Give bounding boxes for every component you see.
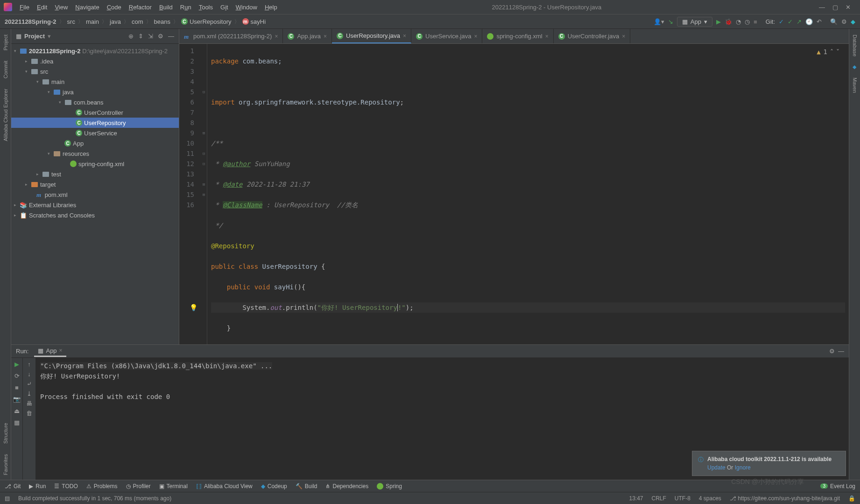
crumb-com[interactable]: com <box>132 18 143 25</box>
status-indent[interactable]: 4 spaces <box>699 495 721 502</box>
bb-terminal[interactable]: ▣Terminal <box>159 483 188 490</box>
crumb-src[interactable]: src <box>67 18 75 25</box>
crumb-java[interactable]: java <box>110 18 121 25</box>
notification-ignore[interactable]: Ignore <box>735 464 751 471</box>
run-config-select[interactable]: ▦ App ▾ <box>677 17 712 27</box>
crumb-main[interactable]: main <box>86 18 99 25</box>
stop-button[interactable]: ■ <box>754 18 757 25</box>
scroll-icon[interactable]: ⤓ <box>27 390 32 397</box>
crumb-beans[interactable]: beans <box>154 18 170 25</box>
bb-eventlog[interactable]: 3Event Log <box>820 483 855 490</box>
close-button[interactable]: ✕ <box>846 4 851 11</box>
toolkit-icon[interactable]: ◆ <box>851 18 855 25</box>
rail-ant[interactable]: ◆ <box>852 64 858 70</box>
camera-icon[interactable]: 📷 <box>13 396 21 403</box>
tab-pom[interactable]: mpom.xml (20221128Spring-2)× <box>179 29 283 43</box>
menu-edit[interactable]: Edit <box>34 3 50 12</box>
tree-app[interactable]: CApp <box>11 138 179 148</box>
rail-project[interactable]: Project <box>3 35 8 50</box>
print-icon[interactable]: 🖶 <box>26 400 32 407</box>
code-area[interactable]: package com.beans; import org.springfram… <box>207 44 849 344</box>
menu-tools[interactable]: Tools <box>196 3 216 12</box>
bb-deps[interactable]: ⋔Dependencies <box>325 483 368 490</box>
menu-file[interactable]: File <box>17 3 32 12</box>
bb-problems[interactable]: ⚠Problems <box>86 483 118 490</box>
close-icon[interactable]: × <box>545 33 549 40</box>
tab-userrepository[interactable]: CUserRepository.java× <box>332 29 411 43</box>
debug-button[interactable]: 🐞 <box>725 18 732 25</box>
hide-icon[interactable]: — <box>838 348 844 355</box>
hide-icon[interactable]: — <box>168 33 174 40</box>
minimize-button[interactable]: — <box>819 4 825 11</box>
git-update-icon[interactable]: ✓ <box>779 18 784 25</box>
profile-button[interactable]: ◷ <box>745 18 750 25</box>
stop-icon[interactable]: ■ <box>15 384 19 391</box>
search-icon[interactable]: 🔍 <box>830 18 838 25</box>
down-icon[interactable]: ˅ <box>836 47 839 57</box>
menu-refactor[interactable]: Refactor <box>126 3 155 12</box>
crumb-project[interactable]: 20221128Spring-2 <box>5 18 56 25</box>
tree-userservice[interactable]: CUserService <box>11 128 179 138</box>
up-icon[interactable]: ˄ <box>830 47 833 57</box>
lightbulb-icon[interactable]: 💡 <box>190 302 197 313</box>
editor[interactable]: ▲1 ˄ ˅ 12345678910111213141516 ⊟⊠⊟⊟⊠⊠ pa… <box>179 44 849 344</box>
tree-extlib[interactable]: ▸📚External Libraries <box>11 200 179 210</box>
crumb-method[interactable]: sayHi <box>251 18 266 25</box>
up-arrow-icon[interactable]: ↑ <box>28 361 31 368</box>
hamburger-icon[interactable]: ▤ <box>5 495 10 502</box>
close-icon[interactable]: × <box>59 347 63 354</box>
run-tab-app[interactable]: ▦ App × <box>34 346 66 357</box>
rerun-settings-icon[interactable]: ⟳ <box>14 372 20 379</box>
close-icon[interactable]: × <box>275 33 278 40</box>
lock-icon[interactable]: 🔒 <box>848 495 855 502</box>
rail-alibaba[interactable]: Alibaba Cloud Explorer <box>3 89 8 141</box>
tree-idea[interactable]: ▸.idea <box>11 56 179 66</box>
tree-target[interactable]: ▸target <box>11 179 179 189</box>
build-hammer-icon[interactable]: ↘ <box>668 18 673 25</box>
down-arrow-icon[interactable]: ↓ <box>28 371 31 378</box>
menu-code[interactable]: Code <box>104 3 124 12</box>
menu-view[interactable]: View <box>52 3 70 12</box>
rail-maven[interactable]: Maven <box>852 77 858 93</box>
git-push-icon[interactable]: ↗ <box>797 18 802 25</box>
crumb-class[interactable]: UserRepository <box>190 18 232 25</box>
tree-pom[interactable]: m pom.xml <box>11 189 179 200</box>
gear-icon[interactable]: ⚙ <box>158 33 163 40</box>
settings-icon[interactable]: ⚙ <box>841 18 847 25</box>
close-icon[interactable]: × <box>324 33 327 40</box>
notification-update[interactable]: Update <box>707 464 726 471</box>
menu-build[interactable]: Build <box>156 3 176 12</box>
menu-run[interactable]: Run <box>177 3 194 12</box>
collapse-icon[interactable]: ⇲ <box>148 33 153 40</box>
git-commit-icon[interactable]: ✓ <box>788 18 793 25</box>
close-icon[interactable]: × <box>474 33 477 40</box>
tree-usercontroller[interactable]: CUserController <box>11 107 179 118</box>
chevron-down-icon[interactable]: ▾ <box>48 33 51 40</box>
bb-build[interactable]: 🔨Build <box>296 483 317 490</box>
menu-window[interactable]: Window <box>233 3 260 12</box>
softwrap-icon[interactable]: ⤶ <box>27 380 32 387</box>
maximize-button[interactable]: ▢ <box>832 4 838 11</box>
git-history-icon[interactable]: 🕘 <box>805 18 813 25</box>
menu-navigate[interactable]: Navigate <box>72 3 102 12</box>
bb-git[interactable]: ⎇Git <box>5 483 21 490</box>
expand-icon[interactable]: ⇕ <box>138 33 143 40</box>
coverage-button[interactable]: ◔ <box>736 18 741 25</box>
tab-usercontroller[interactable]: CUserController.java× <box>554 29 631 43</box>
delete-icon[interactable]: 🗑 <box>26 410 32 417</box>
rerun-icon[interactable]: ▶ <box>14 361 19 368</box>
bb-profiler[interactable]: ◷Profiler <box>126 483 151 490</box>
status-encoding[interactable]: UTF-8 <box>675 495 691 502</box>
tree-main[interactable]: ▾main <box>11 77 179 87</box>
rail-commit[interactable]: Commit <box>3 61 8 78</box>
rail-favorites[interactable]: Favorites <box>3 454 8 475</box>
close-icon[interactable]: × <box>403 33 406 39</box>
run-button[interactable]: ▶ <box>716 18 721 25</box>
close-icon[interactable]: × <box>622 33 625 40</box>
bb-todo[interactable]: ☰TODO <box>54 483 78 490</box>
locate-icon[interactable]: ⊕ <box>128 33 134 40</box>
tree-src[interactable]: ▾src <box>11 66 179 77</box>
bb-alibaba[interactable]: ⟦⟧Alibaba Cloud View <box>196 483 253 490</box>
tree-pkg[interactable]: ▾com.beans <box>11 97 179 107</box>
status-branch[interactable]: ⎇ https://gitee.com/sun-yuhang-bite/java… <box>730 495 840 502</box>
